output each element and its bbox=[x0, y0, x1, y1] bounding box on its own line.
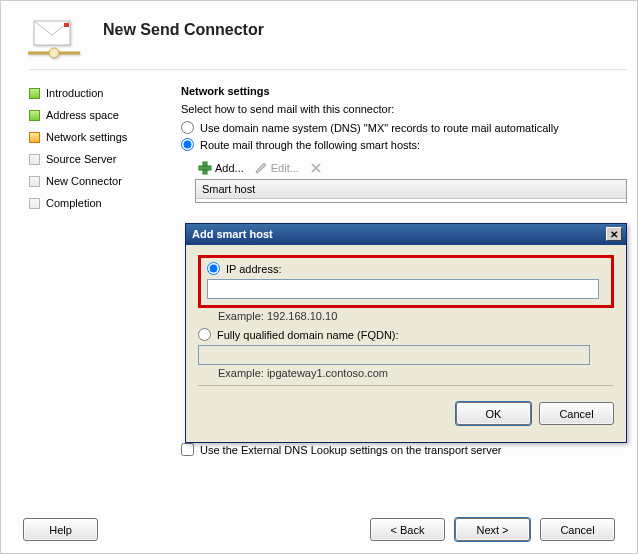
wizard-footer: Help < Back Next > Cancel bbox=[1, 518, 637, 541]
radio-ip-address-label: IP address: bbox=[226, 263, 281, 275]
back-button[interactable]: < Back bbox=[370, 518, 445, 541]
cross-icon bbox=[309, 161, 323, 175]
help-button[interactable]: Help bbox=[23, 518, 98, 541]
header: New Send Connector bbox=[1, 1, 637, 61]
fqdn-example-text: Example: ipgateway1.contoso.com bbox=[218, 367, 614, 379]
ip-address-input[interactable] bbox=[207, 279, 599, 299]
wizard-cancel-button[interactable]: Cancel bbox=[540, 518, 615, 541]
step-new-connector[interactable]: New Connector bbox=[29, 175, 177, 187]
svg-rect-5 bbox=[199, 166, 211, 170]
svg-rect-1 bbox=[64, 23, 69, 27]
cancel-button[interactable]: Cancel bbox=[539, 402, 614, 425]
add-smart-host-dialog: Add smart host ✕ IP address: Example: 19… bbox=[185, 223, 627, 443]
smart-host-column-header: Smart host bbox=[196, 180, 626, 199]
step-state-icon bbox=[29, 88, 40, 99]
smart-host-toolbar: Add... Edit... bbox=[195, 159, 627, 177]
divider bbox=[29, 61, 627, 79]
step-network-settings[interactable]: Network settings bbox=[29, 131, 177, 143]
dialog-title-text: Add smart host bbox=[192, 228, 273, 240]
radio-use-dns-label: Use domain name system (DNS) "MX" record… bbox=[200, 122, 559, 134]
step-state-icon bbox=[29, 198, 40, 209]
add-button[interactable]: Add... bbox=[195, 159, 247, 177]
step-address-space[interactable]: Address space bbox=[29, 109, 177, 121]
external-dns-checkbox[interactable] bbox=[181, 443, 194, 456]
radio-ip-address[interactable] bbox=[207, 262, 220, 275]
wizard-steps-sidebar: Introduction Address space Network setti… bbox=[29, 79, 177, 456]
edit-button: Edit... bbox=[251, 159, 302, 177]
ip-address-highlight: IP address: bbox=[198, 255, 614, 308]
fqdn-input bbox=[198, 345, 590, 365]
radio-use-dns[interactable] bbox=[181, 121, 194, 134]
step-state-icon bbox=[29, 176, 40, 187]
radio-use-smart-hosts[interactable] bbox=[181, 138, 194, 151]
radio-fqdn[interactable] bbox=[198, 328, 211, 341]
mail-icon bbox=[27, 17, 81, 59]
step-completion[interactable]: Completion bbox=[29, 197, 177, 209]
next-button[interactable]: Next > bbox=[455, 518, 530, 541]
ip-example-text: Example: 192.168.10.10 bbox=[218, 310, 614, 322]
svg-point-3 bbox=[49, 48, 59, 58]
smart-host-list[interactable]: Smart host bbox=[195, 179, 627, 203]
external-dns-label: Use the External DNS Lookup settings on … bbox=[200, 444, 501, 456]
dialog-titlebar[interactable]: Add smart host ✕ bbox=[186, 224, 626, 245]
radio-use-smart-hosts-label: Route mail through the following smart h… bbox=[200, 139, 420, 151]
step-source-server[interactable]: Source Server bbox=[29, 153, 177, 165]
step-state-icon bbox=[29, 132, 40, 143]
pencil-icon bbox=[254, 161, 268, 175]
radio-fqdn-label: Fully qualified domain name (FQDN): bbox=[217, 329, 399, 341]
wizard-window: New Send Connector Introduction Address … bbox=[0, 0, 638, 554]
delete-button bbox=[306, 159, 329, 177]
section-title: Network settings bbox=[181, 85, 627, 97]
step-introduction[interactable]: Introduction bbox=[29, 87, 177, 99]
step-state-icon bbox=[29, 110, 40, 121]
step-state-icon bbox=[29, 154, 40, 165]
page-title: New Send Connector bbox=[103, 17, 264, 39]
ok-button[interactable]: OK bbox=[456, 402, 531, 425]
instruction-text: Select how to send mail with this connec… bbox=[181, 103, 627, 115]
plus-icon bbox=[198, 161, 212, 175]
close-icon[interactable]: ✕ bbox=[606, 227, 622, 241]
